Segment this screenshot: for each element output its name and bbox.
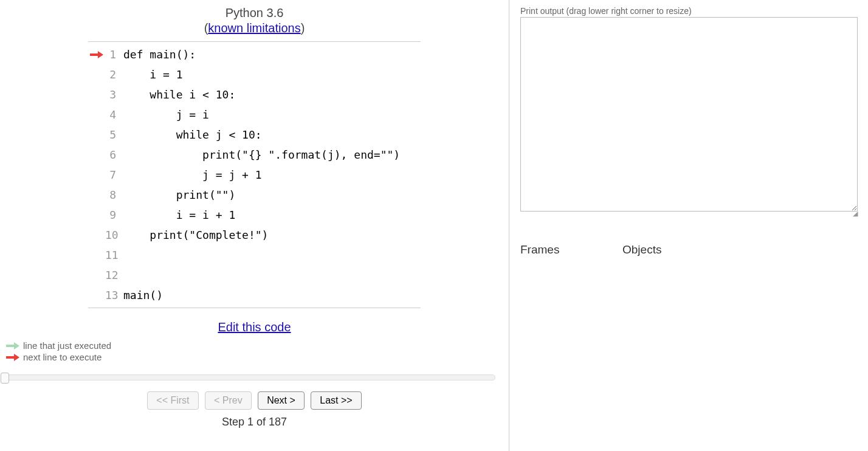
- prev-button[interactable]: < Prev: [205, 391, 252, 410]
- code-line: 2 i = 1: [88, 64, 421, 84]
- known-limitations-link[interactable]: known limitations: [208, 21, 300, 35]
- line-number: 5: [105, 128, 123, 141]
- arrow-next-icon: [6, 353, 19, 362]
- left-panel: Python 3.6 (known limitations) 1def main…: [0, 0, 509, 451]
- step-counter: Step 1 of 187: [0, 416, 509, 429]
- first-button[interactable]: << First: [147, 391, 198, 410]
- code-line: 3 while i < 10:: [88, 84, 421, 105]
- legend: line that just executed next line to exe…: [6, 339, 509, 363]
- line-number: 12: [105, 269, 123, 281]
- arrow-prev-icon: [6, 342, 19, 350]
- edit-code-wrap: Edit this code: [0, 320, 509, 334]
- code-text: def main():: [123, 48, 196, 61]
- code-line: 10 print("Complete!"): [88, 225, 421, 245]
- legend-next-line: next line to execute: [6, 352, 509, 362]
- code-line: 4 j = i: [88, 105, 421, 125]
- line-number: 13: [105, 289, 123, 301]
- code-line: 9 i = i + 1: [88, 205, 421, 225]
- frames-label: Frames: [520, 243, 622, 256]
- legend-next-text: next line to execute: [23, 352, 102, 362]
- line-number: 4: [105, 108, 123, 121]
- nav-controls: << First < Prev Next > Last >>: [0, 391, 509, 410]
- current-line-arrow-icon: [90, 50, 103, 59]
- code-text: print("{} ".format(j), end=""): [123, 148, 400, 161]
- legend-prev-text: line that just executed: [23, 340, 111, 351]
- last-button[interactable]: Last >>: [311, 391, 361, 410]
- line-number: 2: [105, 68, 123, 81]
- objects-label: Objects: [622, 243, 661, 256]
- code-text: while i < 10:: [123, 88, 235, 101]
- line-number: 8: [105, 188, 123, 201]
- code-line: 1def main():: [88, 44, 421, 64]
- legend-prev-line: line that just executed: [6, 340, 509, 351]
- right-panel: Print output (drag lower right corner to…: [509, 0, 868, 451]
- code-line: 11: [88, 245, 421, 265]
- code-header: Python 3.6 (known limitations): [0, 6, 509, 35]
- output-label: Print output (drag lower right corner to…: [520, 6, 868, 16]
- code-text: j = i: [123, 108, 209, 121]
- print-output-box[interactable]: [520, 17, 858, 212]
- next-button[interactable]: Next >: [258, 391, 305, 410]
- language-title: Python 3.6: [0, 6, 509, 20]
- arrow-column: [88, 50, 105, 59]
- code-text: main(): [123, 289, 163, 301]
- code-text: j = j + 1: [123, 168, 262, 181]
- code-line: 5 while j < 10:: [88, 125, 421, 145]
- code-line: 8 print(""): [88, 185, 421, 205]
- code-text: i = 1: [123, 68, 183, 81]
- step-slider-thumb[interactable]: [1, 373, 9, 384]
- step-slider-wrap: [0, 374, 509, 380]
- code-text: while j < 10:: [123, 128, 262, 141]
- code-line: 6 print("{} ".format(j), end=""): [88, 145, 421, 165]
- line-number: 7: [105, 168, 123, 181]
- code-text: print(""): [123, 188, 235, 201]
- line-number: 3: [105, 88, 123, 101]
- code-line: 7 j = j + 1: [88, 165, 421, 185]
- edit-code-link[interactable]: Edit this code: [218, 320, 291, 334]
- line-number: 10: [105, 229, 123, 241]
- step-slider[interactable]: [2, 374, 495, 380]
- vis-labels: Frames Objects: [520, 243, 868, 256]
- code-area: 1def main():2 i = 13 while i < 10:4 j = …: [88, 41, 421, 308]
- line-number: 1: [105, 48, 123, 61]
- line-number: 6: [105, 148, 123, 161]
- code-text: i = i + 1: [123, 208, 235, 221]
- line-number: 9: [105, 208, 123, 221]
- code-line: 13main(): [88, 285, 421, 305]
- code-text: print("Complete!"): [123, 229, 268, 241]
- limitations-line: (known limitations): [0, 21, 509, 35]
- line-number: 11: [105, 249, 123, 261]
- code-line: 12: [88, 265, 421, 285]
